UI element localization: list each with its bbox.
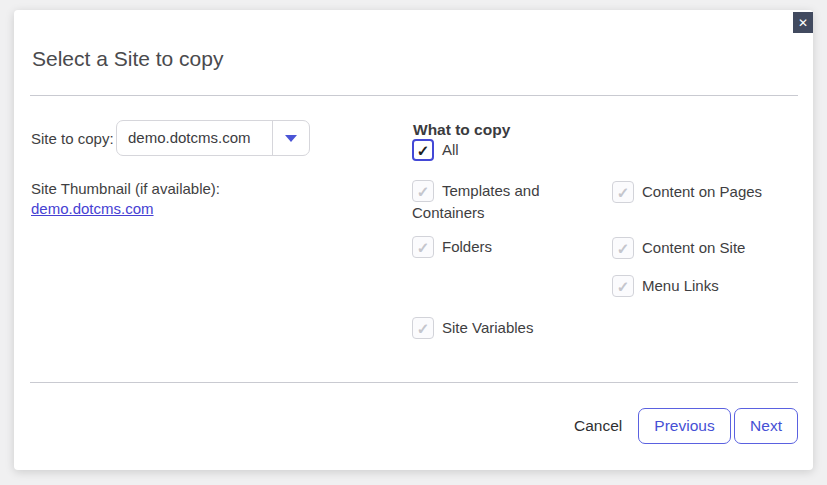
checkmark-icon: ✓ [417, 240, 430, 255]
site-select-value: demo.dotcms.com [117, 121, 272, 155]
checkmark-icon: ✓ [417, 184, 430, 199]
option-label: Site Variables [442, 319, 533, 336]
previous-button[interactable]: Previous [638, 408, 731, 444]
all-checkbox[interactable]: ✓ [412, 139, 434, 161]
site-to-copy-label: Site to copy: [31, 129, 114, 149]
site-thumbnail-link[interactable]: demo.dotcms.com [31, 200, 154, 217]
option-templates-and-containers: ✓Templates and Containers [412, 180, 574, 224]
option-content-on-site: ✓Content on Site [612, 237, 745, 259]
checkmark-icon: ✓ [617, 241, 630, 256]
site-variables-checkbox: ✓ [412, 317, 434, 339]
option-label: Folders [442, 238, 492, 255]
dropdown-toggle[interactable] [272, 121, 309, 155]
close-button[interactable]: ✕ [793, 12, 813, 33]
option-label: Menu Links [642, 277, 719, 294]
close-icon: ✕ [798, 16, 808, 30]
cancel-button[interactable]: Cancel [574, 415, 622, 437]
option-menu-links: ✓Menu Links [612, 275, 719, 297]
checkmark-icon: ✓ [617, 185, 630, 200]
option-all: ✓All [412, 139, 459, 161]
option-label: Content on Site [642, 239, 745, 256]
copy-site-dialog: ✕ Select a Site to copy Site to copy: de… [14, 10, 813, 470]
option-label: Content on Pages [642, 183, 762, 200]
site-select-dropdown[interactable]: demo.dotcms.com [116, 120, 310, 156]
header-divider [30, 95, 798, 96]
option-site-variables: ✓Site Variables [412, 317, 533, 339]
what-to-copy-heading: What to copy [413, 121, 510, 139]
checkmark-icon: ✓ [617, 279, 630, 294]
option-content-on-pages: ✓Content on Pages [612, 181, 762, 203]
chevron-down-icon [285, 135, 297, 142]
menu-links-checkbox: ✓ [612, 275, 634, 297]
checkmark-icon: ✓ [417, 321, 430, 336]
option-label: All [442, 141, 459, 158]
next-button[interactable]: Next [734, 408, 798, 444]
site-thumbnail-label: Site Thumbnail (if available): [31, 179, 220, 199]
content-on-pages-checkbox: ✓ [612, 181, 634, 203]
content-on-site-checkbox: ✓ [612, 237, 634, 259]
templates-checkbox: ✓ [412, 180, 434, 202]
folders-checkbox: ✓ [412, 236, 434, 258]
checkmark-icon: ✓ [417, 143, 430, 158]
dialog-title: Select a Site to copy [32, 46, 223, 72]
footer-divider [30, 382, 798, 383]
option-folders: ✓Folders [412, 236, 492, 258]
